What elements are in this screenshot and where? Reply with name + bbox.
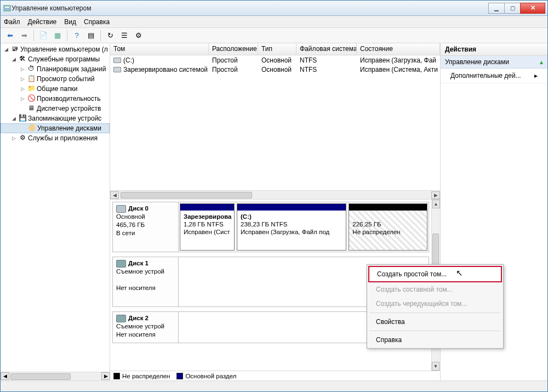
toolbar-separator	[100, 30, 101, 41]
extra-button[interactable]: ⚙	[133, 30, 145, 42]
disk-0-info: Диск 0 Основной 465,76 ГБ В сети	[113, 202, 179, 252]
volume-row[interactable]: (C:) Простой Основной NTFS Исправен (Заг…	[110, 55, 440, 65]
tree-shared-folders[interactable]: 📁Общие папки	[1, 84, 110, 94]
tree-disk-management[interactable]: 📀Управление дисками	[1, 123, 110, 133]
volume-row[interactable]: Зарезервировано системой Простой Основно…	[110, 65, 440, 74]
tree-task-scheduler[interactable]: ⏱Планировщик заданий	[1, 64, 110, 74]
tree-storage[interactable]: 💾Запоминающие устройс	[1, 113, 110, 123]
help-button[interactable]: ?	[71, 30, 83, 42]
ctx-separator	[369, 331, 501, 331]
ctx-properties[interactable]: Свойства	[368, 315, 502, 329]
volume-icon	[113, 67, 121, 72]
col-layout[interactable]: Расположение	[209, 43, 258, 55]
action-button[interactable]: ▤	[85, 30, 97, 42]
volume-icon	[113, 58, 121, 63]
window-title: Управление компьютером	[12, 4, 489, 12]
minimize-button[interactable]: ▁	[488, 3, 505, 14]
title-bar: Управление компьютером ▁ ▢ ✕	[1, 1, 547, 16]
svg-rect-0	[4, 5, 10, 11]
status-bar	[1, 380, 547, 391]
navigation-tree[interactable]: 🖳Управление компьютером (л 🛠Служебные пр…	[1, 43, 110, 380]
tree-device-manager[interactable]: 🖥Диспетчер устройств	[1, 104, 110, 113]
col-status[interactable]: Состояние	[357, 43, 440, 55]
toolbar: ⬅ ➡ 📄 ▦ ? ▤ ↻ ☰ ⚙	[1, 28, 547, 43]
disk-icon	[116, 315, 126, 322]
volume-list-header: Том Расположение Тип Файловая система Со…	[110, 43, 440, 55]
disk-0[interactable]: Диск 0 Основной 465,76 ГБ В сети Зарезер…	[112, 202, 429, 252]
disk-icon	[116, 260, 126, 268]
menu-bar: Файл Действие Вид Справка	[1, 16, 547, 28]
forward-button[interactable]: ➡	[18, 30, 30, 42]
volume-list-hscroll[interactable]: ◀▶	[110, 190, 440, 199]
toolbar-separator	[67, 30, 67, 41]
col-type[interactable]: Тип	[258, 43, 296, 55]
up-button[interactable]: 📄	[37, 30, 49, 42]
tree-event-viewer[interactable]: 📋Просмотр событий	[1, 74, 110, 84]
ctx-help[interactable]: Справка	[368, 333, 502, 347]
tree-services[interactable]: ⚙Службы и приложения	[1, 133, 110, 143]
back-button[interactable]: ⬅	[4, 30, 16, 42]
cursor-icon: ↖	[456, 268, 463, 278]
legend-unallocated-label: Не распределен	[122, 373, 170, 379]
maximize-button[interactable]: ▢	[504, 3, 521, 14]
ctx-create-simple-volume[interactable]: Создать простой том... ↖	[368, 266, 502, 282]
actions-header: Действия	[441, 43, 547, 56]
legend: Не распределен Основной раздел	[110, 371, 440, 380]
col-filesystem[interactable]: Файловая система	[296, 43, 357, 55]
legend-unallocated-swatch	[113, 373, 120, 379]
disk-2-info: Диск 2 Съемное устрой Нет носителя	[113, 312, 179, 343]
menu-help[interactable]: Справка	[84, 18, 110, 26]
context-menu: Создать простой том... ↖ Создать составн…	[367, 264, 504, 349]
partition-reserved[interactable]: Зарезервирова1,28 ГБ NTFSИсправен (Сист	[180, 203, 235, 251]
toolbar-separator	[33, 30, 34, 41]
tree-performance[interactable]: 🚫Производительность	[1, 94, 110, 104]
showhide-tree-button[interactable]: ▦	[52, 30, 64, 42]
actions-more[interactable]: Дополнительные дей... ▸	[441, 69, 547, 83]
ctx-separator	[369, 313, 501, 313]
app-icon	[3, 4, 12, 13]
actions-section[interactable]: Управление дисками ▴	[441, 56, 547, 69]
legend-primary-swatch	[176, 373, 183, 379]
menu-file[interactable]: Файл	[4, 18, 20, 26]
partition-c[interactable]: (C:)238,23 ГБ NTFSИсправен (Загрузка, Фа…	[237, 203, 346, 251]
partition-unallocated[interactable]: 226,25 ГБНе распределен	[349, 203, 427, 251]
disk-1-info: Диск 1 Съемное устрой Нет носителя	[113, 257, 179, 306]
refresh-button[interactable]: ↻	[104, 30, 116, 42]
close-button[interactable]: ✕	[520, 3, 545, 14]
svg-rect-1	[5, 7, 9, 8]
menu-view[interactable]: Вид	[64, 18, 76, 26]
ctx-create-spanned-volume: Создать составной том...	[368, 282, 502, 297]
collapse-icon[interactable]: ▴	[540, 58, 543, 66]
settings-button[interactable]: ☰	[118, 30, 130, 42]
chevron-right-icon: ▸	[534, 72, 538, 79]
tree-hscroll[interactable]: ◀ ▶	[1, 372, 110, 380]
tree-root[interactable]: 🖳Управление компьютером (л	[1, 44, 110, 54]
menu-action[interactable]: Действие	[28, 18, 57, 26]
col-volume[interactable]: Том	[110, 43, 209, 55]
legend-primary-label: Основной раздел	[185, 373, 236, 379]
volume-list[interactable]: Том Расположение Тип Файловая система Со…	[110, 43, 440, 200]
disk-icon	[116, 205, 126, 213]
tree-system-tools[interactable]: 🛠Служебные программы	[1, 54, 110, 64]
ctx-create-striped-volume: Создать чередующийся том...	[368, 297, 502, 311]
